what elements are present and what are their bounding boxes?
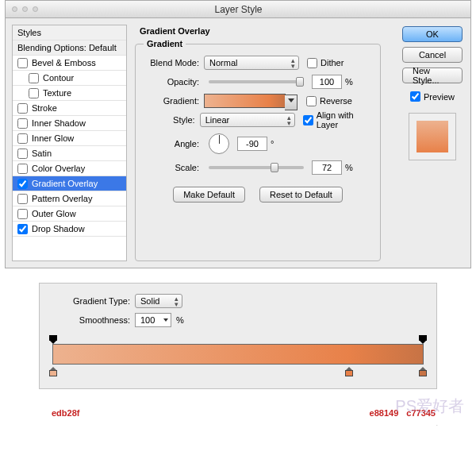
opacity-stop[interactable] (419, 335, 427, 343)
style-item-checkbox[interactable] (17, 58, 28, 68)
cancel-button[interactable]: Cancel (402, 47, 463, 63)
hex-2: e88149 (370, 408, 399, 418)
style-item-checkbox[interactable] (17, 194, 28, 204)
styles-header[interactable]: Styles (13, 25, 126, 41)
reverse-checkbox[interactable]: Reverse (306, 96, 352, 106)
blend-mode-select[interactable]: Normal▴▾ (204, 56, 299, 70)
layer-style-dialog: Layer Style Styles Blending Options: Def… (5, 0, 471, 268)
angle-label: Angle: (144, 139, 199, 149)
style-item-label: Bevel & Emboss (32, 58, 96, 68)
style-item-checkbox[interactable] (17, 224, 28, 234)
style-item-outer-glow[interactable]: Outer Glow (13, 206, 126, 222)
smoothness-field[interactable]: 100 (135, 313, 171, 327)
scale-label: Scale: (144, 163, 199, 172)
style-select[interactable]: Linear▴▾ (200, 113, 295, 127)
chevron-updown-icon: ▴▾ (175, 296, 178, 307)
style-item-satin[interactable]: Satin (13, 146, 126, 161)
styles-list: Styles Blending Options: Default Bevel &… (12, 25, 127, 261)
preview-swatch (416, 121, 448, 152)
degree-label: ° (271, 139, 274, 149)
make-default-button[interactable]: Make Default (173, 187, 245, 203)
style-item-label: Color Overlay (32, 164, 85, 173)
style-item-checkbox[interactable] (17, 209, 28, 219)
gradient-bar[interactable] (52, 344, 424, 365)
align-checkbox[interactable]: Align with Layer (303, 110, 372, 129)
style-item-checkbox[interactable] (17, 118, 28, 129)
gradient-swatch[interactable] (204, 94, 286, 108)
window-title: Layer Style (38, 4, 470, 15)
gradient-editor: Gradient Type: Solid▴▾ Smoothness: 100 % (39, 283, 437, 389)
blending-options-row[interactable]: Blending Options: Default (13, 41, 126, 56)
section-title: Gradient Overlay (140, 26, 393, 36)
gradient-type-select[interactable]: Solid▴▾ (135, 294, 182, 308)
chevron-down-icon (163, 318, 168, 322)
zoom-icon[interactable] (33, 6, 38, 12)
percent-label: % (345, 163, 353, 172)
style-item-stroke[interactable]: Stroke (13, 101, 126, 116)
style-item-label: Outer Glow (32, 209, 76, 218)
angle-field[interactable]: -90 (237, 137, 267, 151)
style-item-checkbox[interactable] (17, 133, 28, 144)
angle-dial[interactable] (209, 133, 229, 154)
style-item-label: Texture (43, 88, 71, 98)
hex-annotations: edb28f e88149 c77345 (39, 408, 437, 418)
reset-default-button[interactable]: Reset to Default (259, 187, 343, 203)
scale-slider[interactable] (209, 166, 304, 169)
ok-button[interactable]: OK (402, 26, 463, 42)
style-item-label: Gradient Overlay (32, 179, 98, 188)
scale-field[interactable]: 72 (312, 160, 342, 175)
style-item-checkbox[interactable] (17, 179, 28, 189)
window-controls (6, 6, 38, 12)
style-item-texture[interactable]: Texture (13, 86, 126, 101)
style-item-pattern-overlay[interactable]: Pattern Overlay (13, 191, 126, 206)
style-item-inner-glow[interactable]: Inner Glow (13, 131, 126, 146)
style-item-label: Pattern Overlay (32, 194, 92, 203)
style-item-color-overlay[interactable]: Color Overlay (13, 161, 126, 176)
style-item-checkbox[interactable] (17, 149, 28, 159)
minimize-icon[interactable] (22, 6, 28, 12)
fieldset-legend: Gradient (144, 39, 186, 48)
style-item-label: Inner Glow (32, 133, 74, 143)
style-item-bevel-emboss[interactable]: Bevel & Emboss (13, 56, 126, 71)
color-stop[interactable] (345, 367, 353, 375)
gradient-panel: Gradient Blend Mode: Normal▴▾ Dither Opa… (135, 39, 381, 261)
chevron-down-icon (288, 98, 294, 102)
style-item-gradient-overlay[interactable]: Gradient Overlay (13, 176, 126, 191)
blend-mode-label: Blend Mode: (144, 58, 199, 68)
titlebar: Layer Style (6, 1, 470, 18)
gradient-label: Gradient: (144, 96, 199, 106)
preview-box (409, 113, 456, 160)
hex-1: edb28f (52, 408, 79, 418)
preview-checkbox[interactable]: Preview (410, 91, 455, 102)
dither-checkbox[interactable]: Dither (307, 58, 344, 68)
style-item-inner-shadow[interactable]: Inner Shadow (13, 116, 126, 131)
opacity-label: Opacity: (144, 77, 199, 87)
opacity-field[interactable]: 100 (312, 75, 342, 89)
style-label: Style: (144, 115, 195, 125)
style-item-checkbox[interactable] (17, 103, 28, 114)
style-item-contour[interactable]: Contour (13, 71, 126, 86)
close-icon[interactable] (12, 6, 17, 12)
smoothness-label: Smoothness: (51, 315, 130, 325)
color-stop[interactable] (419, 367, 427, 375)
style-item-checkbox[interactable] (29, 73, 39, 83)
style-item-label: Satin (32, 149, 52, 158)
style-item-drop-shadow[interactable]: Drop Shadow (13, 222, 126, 237)
color-stop[interactable] (49, 367, 57, 375)
opacity-stop[interactable] (49, 335, 57, 343)
new-style-button[interactable]: New Style... (402, 68, 463, 83)
style-item-label: Inner Shadow (32, 118, 86, 128)
opacity-slider[interactable] (209, 80, 304, 83)
chevron-updown-icon: ▴▾ (287, 115, 291, 126)
style-item-checkbox[interactable] (29, 88, 39, 98)
gradient-type-label: Gradient Type: (51, 296, 130, 306)
percent-label: % (345, 77, 353, 87)
style-item-label: Stroke (32, 103, 57, 113)
style-item-label: Drop Shadow (32, 224, 85, 233)
percent-label: % (176, 315, 184, 325)
hex-3: c77345 (406, 408, 436, 418)
chevron-updown-icon: ▴▾ (291, 58, 295, 69)
style-item-checkbox[interactable] (17, 164, 28, 174)
watermark-url: www.psahz.com (401, 423, 464, 426)
style-item-label: Contour (43, 73, 74, 83)
